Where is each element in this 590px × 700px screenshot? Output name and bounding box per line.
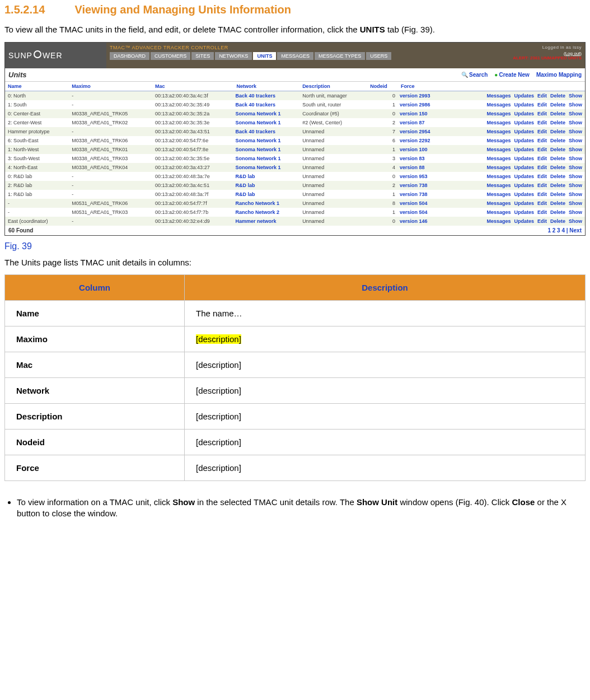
show-link[interactable]: Show (569, 129, 582, 134)
col-header-mac[interactable]: Mac (152, 82, 233, 91)
updates-link[interactable]: Updates (514, 120, 534, 125)
cell-network[interactable]: Rancho Network 2 (233, 208, 299, 217)
updates-link[interactable]: Updates (514, 165, 534, 170)
delete-link[interactable]: Delete (550, 192, 565, 197)
nav-tab-messages[interactable]: MESSAGES (277, 52, 313, 60)
edit-link[interactable]: Edit (537, 111, 547, 116)
cell-force[interactable]: version 150 (398, 109, 444, 118)
show-link[interactable]: Show (569, 138, 582, 143)
show-link[interactable]: Show (569, 200, 582, 206)
cell-network[interactable]: Rancho Network 1 (233, 199, 299, 208)
nav-tab-message-types[interactable]: MESSAGE TYPES (315, 52, 365, 60)
updates-link[interactable]: Updates (514, 102, 534, 108)
delete-link[interactable]: Delete (550, 129, 565, 134)
edit-link[interactable]: Edit (537, 183, 547, 188)
col-header-maximo[interactable]: Maximo (69, 82, 152, 91)
cell-force[interactable]: version 504 (398, 199, 444, 208)
updates-link[interactable]: Updates (514, 93, 534, 99)
show-link[interactable]: Show (569, 147, 582, 152)
updates-link[interactable]: Updates (514, 174, 534, 179)
cell-force[interactable]: version 738 (398, 181, 444, 190)
delete-link[interactable]: Delete (550, 111, 565, 116)
messages-link[interactable]: Messages (486, 111, 511, 116)
delete-link[interactable]: Delete (550, 174, 565, 179)
messages-link[interactable]: Messages (486, 93, 511, 99)
delete-link[interactable]: Delete (550, 218, 565, 224)
cell-network[interactable]: R&D lab (233, 181, 299, 190)
cell-network[interactable]: Sonoma Network 1 (233, 154, 299, 163)
cell-network[interactable]: Back 40 trackers (233, 100, 299, 109)
cell-network[interactable]: Back 40 trackers (233, 91, 299, 100)
show-link[interactable]: Show (569, 183, 582, 188)
show-link[interactable]: Show (569, 218, 582, 224)
edit-link[interactable]: Edit (537, 200, 547, 206)
delete-link[interactable]: Delete (550, 138, 565, 143)
cell-force[interactable]: version 504 (398, 208, 444, 217)
delete-link[interactable]: Delete (550, 120, 565, 125)
messages-link[interactable]: Messages (486, 174, 511, 179)
cell-force[interactable]: version 87 (398, 118, 444, 127)
cell-force[interactable]: version 88 (398, 163, 444, 172)
messages-link[interactable]: Messages (486, 129, 511, 134)
messages-link[interactable]: Messages (486, 183, 511, 188)
nav-tab-dashboard[interactable]: DASHBOARD (110, 52, 149, 60)
edit-link[interactable]: Edit (537, 102, 547, 108)
cell-force[interactable]: version 2993 (398, 91, 444, 100)
edit-link[interactable]: Edit (537, 120, 547, 125)
cell-force[interactable]: version 2986 (398, 100, 444, 109)
edit-link[interactable]: Edit (537, 93, 547, 99)
messages-link[interactable]: Messages (486, 102, 511, 108)
edit-link[interactable]: Edit (537, 147, 547, 152)
nav-tab-networks[interactable]: NETWORKS (215, 52, 252, 60)
edit-link[interactable]: Edit (537, 209, 547, 215)
messages-link[interactable]: Messages (486, 192, 511, 197)
col-header-description[interactable]: Description (299, 82, 367, 91)
show-link[interactable]: Show (569, 156, 582, 161)
updates-link[interactable]: Updates (514, 192, 534, 197)
cell-network[interactable]: Sonoma Network 1 (233, 145, 299, 154)
edit-link[interactable]: Edit (537, 192, 547, 197)
updates-link[interactable]: Updates (514, 111, 534, 116)
cell-network[interactable]: R&D lab (233, 190, 299, 199)
cell-force[interactable]: version 953 (398, 172, 444, 181)
show-link[interactable]: Show (569, 111, 582, 116)
show-link[interactable]: Show (569, 209, 582, 215)
edit-link[interactable]: Edit (537, 156, 547, 161)
show-link[interactable]: Show (569, 192, 582, 197)
cell-force[interactable]: version 2954 (398, 127, 444, 136)
edit-link[interactable]: Edit (537, 165, 547, 170)
messages-link[interactable]: Messages (486, 165, 511, 170)
delete-link[interactable]: Delete (550, 165, 565, 170)
cell-force[interactable]: version 83 (398, 154, 444, 163)
maximo-mapping-link[interactable]: Maximo Mapping (536, 72, 582, 78)
updates-link[interactable]: Updates (514, 209, 534, 215)
cell-force[interactable]: version 100 (398, 145, 444, 154)
show-link[interactable]: Show (569, 165, 582, 170)
show-link[interactable]: Show (569, 93, 582, 99)
cell-network[interactable]: Hammer network (233, 217, 299, 226)
show-link[interactable]: Show (569, 174, 582, 179)
col-header-name[interactable]: Name (5, 82, 69, 91)
messages-link[interactable]: Messages (486, 147, 511, 152)
cell-force[interactable]: version 738 (398, 190, 444, 199)
delete-link[interactable]: Delete (550, 183, 565, 188)
delete-link[interactable]: Delete (550, 209, 565, 215)
updates-link[interactable]: Updates (514, 129, 534, 134)
search-link[interactable]: 🔍Search (461, 72, 488, 78)
cell-network[interactable]: Sonoma Network 1 (233, 118, 299, 127)
delete-link[interactable]: Delete (550, 102, 565, 108)
show-link[interactable]: Show (569, 120, 582, 125)
messages-link[interactable]: Messages (486, 200, 511, 206)
show-link[interactable]: Show (569, 102, 582, 108)
col-header-force[interactable]: Force (398, 82, 444, 91)
edit-link[interactable]: Edit (537, 129, 547, 134)
edit-link[interactable]: Edit (537, 174, 547, 179)
messages-link[interactable]: Messages (486, 138, 511, 143)
updates-link[interactable]: Updates (514, 156, 534, 161)
delete-link[interactable]: Delete (550, 200, 565, 206)
create-new-link[interactable]: ●Create New (494, 72, 530, 78)
cell-force[interactable]: version 146 (398, 217, 444, 226)
messages-link[interactable]: Messages (486, 156, 511, 161)
updates-link[interactable]: Updates (514, 138, 534, 143)
pager[interactable]: 1 2 3 4 | Next (547, 227, 582, 234)
